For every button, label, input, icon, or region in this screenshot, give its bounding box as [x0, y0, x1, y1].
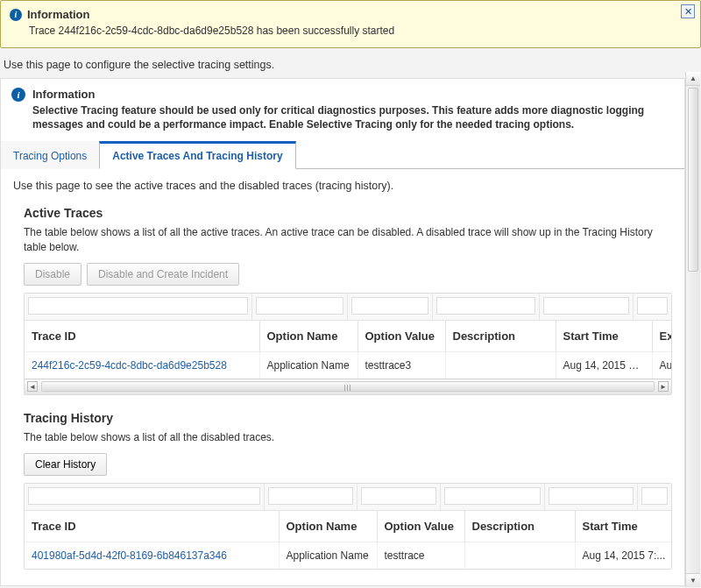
filter-start-time[interactable] [549, 487, 634, 505]
trace-id-link[interactable]: 401980af-5d4d-42f0-8169-6b846137a346 [32, 549, 227, 562]
scroll-left-icon[interactable]: ◄ [27, 381, 38, 392]
page-intro: Use this page to configure the selective… [0, 48, 701, 78]
active-traces-sub: The table below shows a list of all the … [24, 225, 672, 253]
scroll-thumb[interactable]: ||| [42, 382, 654, 391]
cell-option-value: testtrace [377, 542, 464, 569]
th-start-time[interactable]: Start Time [556, 320, 652, 351]
filter-stop-time[interactable] [641, 487, 668, 505]
filter-option-value[interactable] [361, 487, 436, 505]
th-option-value[interactable]: Option Value [358, 320, 445, 351]
table-header-row: Trace ID Option Name Option Value Descri… [25, 510, 672, 542]
tab-tracing-options[interactable]: Tracing Options [1, 141, 99, 169]
table-row[interactable]: 244f216c-2c59-4cdc-8dbc-da6d9e25b528 App… [25, 351, 672, 379]
table-row[interactable]: 401980af-5d4d-42f0-8169-6b846137a346 App… [25, 542, 672, 569]
filter-option-name[interactable] [256, 297, 343, 315]
cell-start-time: Aug 14, 2015 7:... [575, 542, 672, 569]
tab-intro: Use this page to see the active traces a… [13, 180, 672, 192]
cell-expiry-time: Aug 1 [652, 351, 672, 379]
filter-trace-id[interactable] [28, 297, 248, 315]
filter-description[interactable] [444, 487, 541, 505]
th-option-value[interactable]: Option Value [377, 510, 464, 542]
info-icon: i [10, 9, 22, 21]
info-icon: i [11, 88, 25, 102]
cell-description [464, 542, 575, 569]
disable-button[interactable]: Disable [24, 263, 81, 286]
filter-start-time[interactable] [543, 297, 629, 315]
disable-create-incident-button[interactable]: Disable and Create Incident [87, 263, 239, 286]
tab-active-traces[interactable]: Active Traces And Tracing History [99, 141, 295, 169]
tracing-history-sub: The table below shows a list of all the … [24, 430, 672, 444]
th-description[interactable]: Description [464, 510, 575, 542]
tabs: Tracing Options Active Traces And Tracin… [1, 140, 684, 169]
th-trace-id[interactable]: Trace ID [25, 510, 279, 542]
active-traces-table: Trace ID Option Name Option Value Descri… [24, 293, 672, 395]
cell-option-name: Application Name [279, 542, 377, 569]
info-banner: ✕ i Information Trace 244f216c-2c59-4cdc… [0, 0, 701, 48]
th-trace-id[interactable]: Trace ID [25, 320, 259, 351]
inner-info-title: Information [32, 88, 674, 101]
horizontal-scrollbar[interactable]: ◄ ||| ► [25, 379, 671, 394]
tracing-history-section: Tracing History The table below shows a … [13, 411, 672, 585]
filter-description[interactable] [436, 297, 535, 315]
banner-title: Information [27, 8, 90, 21]
table-header-row: Trace ID Option Name Option Value Descri… [25, 320, 672, 351]
th-option-name[interactable]: Option Name [259, 320, 358, 351]
scroll-up-icon[interactable]: ▲ [686, 72, 700, 86]
scroll-thumb[interactable] [688, 88, 698, 272]
tracing-history-table: Trace ID Option Name Option Value Descri… [24, 483, 672, 570]
scroll-down-icon[interactable]: ▼ [686, 573, 700, 587]
banner-text: Trace 244f216c-2c59-4cdc-8dbc-da6d9e25b5… [29, 25, 691, 37]
main-panel: i Information Selective Tracing feature … [0, 78, 685, 586]
scroll-right-icon[interactable]: ► [658, 381, 669, 392]
close-icon[interactable]: ✕ [681, 4, 695, 18]
tracing-history-title: Tracing History [24, 411, 672, 425]
inner-info-text: Selective Tracing feature should be used… [32, 103, 674, 131]
cell-option-value: testtrace3 [358, 351, 445, 379]
active-traces-section: Active Traces The table below shows a li… [13, 206, 672, 410]
th-expiry-time[interactable]: Expiry Time [652, 320, 672, 351]
th-option-name[interactable]: Option Name [279, 510, 377, 542]
filter-option-name[interactable] [268, 487, 353, 505]
filter-expiry-time[interactable] [637, 297, 668, 315]
cell-start-time: Aug 14, 2015 8:... [556, 351, 652, 379]
scroll-track[interactable]: ||| [41, 381, 655, 392]
active-traces-title: Active Traces [24, 206, 672, 220]
filter-option-value[interactable] [351, 297, 428, 315]
filter-trace-id[interactable] [28, 487, 260, 505]
th-description[interactable]: Description [445, 320, 556, 351]
trace-id-link[interactable]: 244f216c-2c59-4cdc-8dbc-da6d9e25b528 [32, 359, 227, 372]
th-start-time[interactable]: Start Time [575, 510, 672, 542]
cell-option-name: Application Name [259, 351, 358, 379]
cell-description [445, 351, 556, 379]
clear-history-button[interactable]: Clear History [24, 453, 107, 476]
vertical-scrollbar[interactable]: ▲ ▼ [685, 72, 700, 587]
